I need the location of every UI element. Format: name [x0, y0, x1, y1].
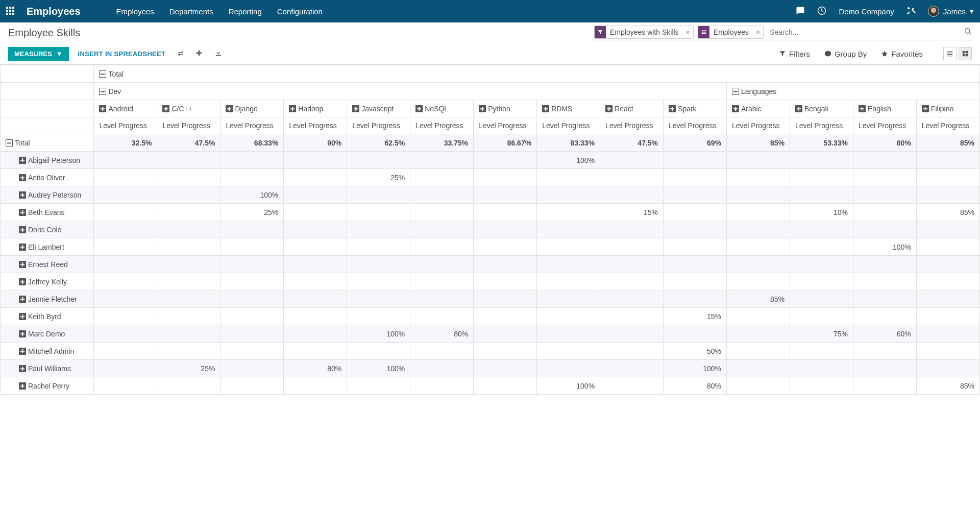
cell[interactable]: 100%: [537, 377, 600, 395]
cell[interactable]: [410, 343, 474, 360]
cell[interactable]: [284, 290, 347, 308]
col-total[interactable]: Total: [94, 65, 980, 83]
cell[interactable]: [600, 221, 664, 238]
cell[interactable]: 15%: [600, 204, 664, 221]
pivot-table-wrapper[interactable]: TotalDevLanguagesAndroidC/C++DjangoHadoo…: [0, 64, 980, 395]
cell[interactable]: [600, 343, 664, 360]
row-employee[interactable]: Anita Oliver: [1, 169, 94, 186]
cell[interactable]: [94, 238, 157, 256]
cell[interactable]: [474, 273, 537, 290]
cell[interactable]: [94, 308, 157, 325]
cell[interactable]: 32.5%: [94, 134, 157, 152]
cell[interactable]: [474, 169, 537, 186]
cell[interactable]: 50%: [664, 343, 727, 360]
company-name[interactable]: Demo Company: [839, 7, 894, 16]
cell[interactable]: [347, 256, 410, 273]
cell[interactable]: [474, 204, 537, 221]
cell[interactable]: [157, 308, 220, 325]
cell[interactable]: [664, 256, 727, 273]
cell[interactable]: [600, 360, 664, 377]
cell[interactable]: [157, 221, 220, 238]
cell[interactable]: [474, 221, 537, 238]
row-employee[interactable]: Eli Lambert: [1, 238, 94, 256]
cell[interactable]: [284, 186, 347, 204]
cell[interactable]: [853, 152, 916, 169]
cell[interactable]: [157, 238, 220, 256]
download-icon[interactable]: [214, 49, 223, 59]
cell[interactable]: 80%: [410, 325, 474, 343]
cell[interactable]: [664, 290, 727, 308]
cell[interactable]: [537, 256, 600, 273]
cell[interactable]: [916, 256, 979, 273]
cell[interactable]: [537, 360, 600, 377]
brand[interactable]: Employees: [27, 6, 81, 17]
filters-button[interactable]: Filters: [779, 50, 810, 58]
col-skill[interactable]: React: [600, 100, 664, 117]
cell[interactable]: [220, 256, 284, 273]
clock-icon[interactable]: [817, 6, 826, 17]
cell[interactable]: [727, 360, 790, 377]
cell[interactable]: 85%: [916, 377, 979, 395]
row-employee[interactable]: Beth Evans: [1, 204, 94, 221]
cell[interactable]: [220, 169, 284, 186]
col-group-dev[interactable]: Dev: [94, 83, 727, 100]
cell[interactable]: [474, 377, 537, 395]
cell[interactable]: 25%: [220, 204, 284, 221]
cell[interactable]: [600, 273, 664, 290]
cell[interactable]: 85%: [916, 204, 979, 221]
cell[interactable]: [284, 221, 347, 238]
insert-spreadsheet-button[interactable]: INSERT IN SPREADSHEET: [78, 50, 166, 58]
cell[interactable]: [600, 186, 664, 204]
cell[interactable]: [474, 360, 537, 377]
row-employee[interactable]: Mitchell Admin: [1, 343, 94, 360]
cell[interactable]: [347, 152, 410, 169]
cell[interactable]: [664, 238, 727, 256]
cell[interactable]: [220, 273, 284, 290]
cell[interactable]: [727, 186, 790, 204]
row-employee[interactable]: Abigail Peterson: [1, 152, 94, 169]
nav-employees[interactable]: Employees: [116, 7, 154, 16]
cell[interactable]: 86.67%: [474, 134, 537, 152]
cell[interactable]: 68.33%: [220, 134, 284, 152]
cell[interactable]: [94, 273, 157, 290]
cell[interactable]: [790, 360, 853, 377]
cell[interactable]: [347, 273, 410, 290]
cell[interactable]: [537, 308, 600, 325]
cell[interactable]: [600, 325, 664, 343]
cell[interactable]: [537, 204, 600, 221]
cell[interactable]: [600, 377, 664, 395]
cell[interactable]: 69%: [664, 134, 727, 152]
cell[interactable]: [474, 152, 537, 169]
cell[interactable]: [474, 308, 537, 325]
cell[interactable]: [347, 186, 410, 204]
apps-icon[interactable]: [6, 7, 14, 16]
row-employee[interactable]: Rachel Perry: [1, 377, 94, 395]
tools-icon[interactable]: [906, 6, 916, 17]
col-skill[interactable]: NoSQL: [410, 100, 474, 117]
cell[interactable]: [600, 256, 664, 273]
expand-icon[interactable]: ✚: [196, 49, 202, 59]
cell[interactable]: [347, 204, 410, 221]
row-employee[interactable]: Marc Demo: [1, 325, 94, 343]
cell[interactable]: [157, 273, 220, 290]
cell[interactable]: [94, 290, 157, 308]
cell[interactable]: [410, 290, 474, 308]
cell[interactable]: [600, 290, 664, 308]
cell[interactable]: [853, 343, 916, 360]
cell[interactable]: [853, 169, 916, 186]
cell[interactable]: [284, 308, 347, 325]
swap-icon[interactable]: ⇄: [178, 49, 184, 59]
cell[interactable]: [853, 186, 916, 204]
cell[interactable]: [727, 325, 790, 343]
cell[interactable]: [537, 186, 600, 204]
cell[interactable]: [284, 238, 347, 256]
cell[interactable]: [157, 377, 220, 395]
nav-departments[interactable]: Departments: [169, 7, 213, 16]
cell[interactable]: [853, 360, 916, 377]
cell[interactable]: [600, 152, 664, 169]
cell[interactable]: [94, 221, 157, 238]
cell[interactable]: [410, 377, 474, 395]
cell[interactable]: [347, 377, 410, 395]
cell[interactable]: [347, 308, 410, 325]
cell[interactable]: 33.75%: [410, 134, 474, 152]
